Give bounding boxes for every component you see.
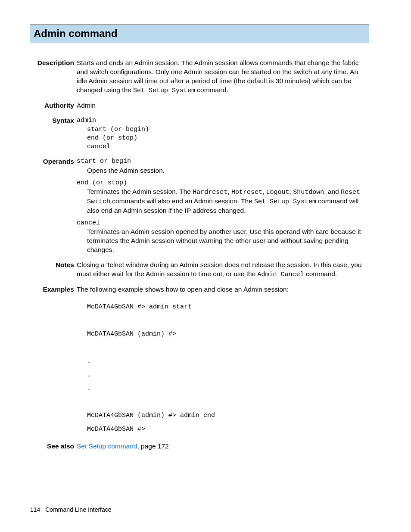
inline-code: Shutdown — [293, 189, 324, 196]
label-authority: Authority — [30, 101, 77, 110]
operand-name: cancel — [77, 219, 369, 227]
syntax-line: start (or begin) — [77, 125, 369, 134]
examples-code: McDATA4GbSAN #> admin start McDATA4GbSAN… — [77, 300, 369, 436]
page-footer: 114 Command Line Interface — [30, 506, 112, 514]
see-also-link[interactable]: Set Setup command — [77, 442, 137, 450]
operand-desc: Terminates an Admin session opened by an… — [77, 227, 369, 255]
label-see-also: See also — [30, 442, 77, 451]
operand-name: start or begin — [77, 157, 369, 166]
inline-code: Set Setup System — [133, 87, 195, 94]
label-operands: Operands — [30, 157, 77, 255]
footer-title: Command Line Interface — [45, 506, 111, 513]
examples-intro: The following example shows how to open … — [77, 285, 369, 294]
label-notes: Notes — [30, 261, 77, 279]
label-examples: Examples — [30, 285, 77, 436]
see-also-text: Set Setup command, page 172 — [77, 442, 369, 451]
operand-name: end (or stop) — [77, 179, 369, 187]
syntax-command: admin — [77, 116, 369, 125]
syntax-line: end (or stop) — [77, 134, 369, 143]
label-description: Description — [30, 59, 77, 95]
inline-code: Set Setup System — [254, 198, 316, 205]
operand-desc: Opens the Admin session. — [77, 166, 369, 175]
inline-code: Admin Cancel — [258, 271, 304, 278]
authority-value: Admin — [77, 101, 369, 110]
inline-code: Hotreset — [231, 189, 262, 196]
operand-desc: Terminates the Admin session. The Hardre… — [77, 187, 369, 215]
label-syntax: Syntax — [30, 116, 77, 151]
notes-text: Closing a Telnet window during an Admin … — [77, 261, 369, 279]
page-title: Admin command — [30, 25, 369, 43]
page-number: 114 — [30, 506, 40, 514]
description-text: Starts and ends an Admin session. The Ad… — [77, 59, 369, 95]
inline-code: Logout — [266, 189, 290, 196]
inline-code: Hardreset — [193, 189, 227, 196]
syntax-line: cancel — [77, 143, 369, 151]
